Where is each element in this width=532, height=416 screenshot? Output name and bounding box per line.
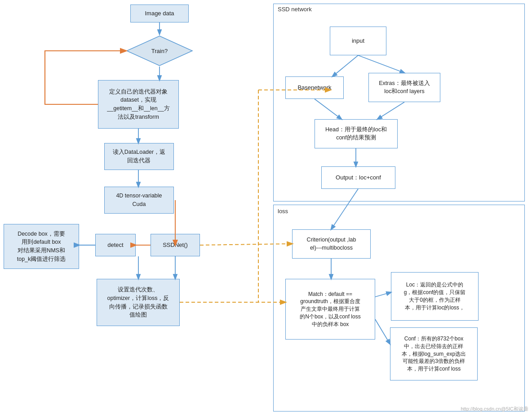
watermark: http://blog.csdn.cn@5IC和诶垂 xyxy=(461,406,528,412)
loss-label: loss xyxy=(278,208,288,215)
node-match: Match：default == groundtruth，根据重合度 产生文章中… xyxy=(285,279,375,340)
ssd-network-label: SSD network xyxy=(278,6,312,13)
node-define-dataset: 定义自己的迭代器对象 dataset，实现 __getitem__和__len_… xyxy=(98,80,179,129)
node-dataloader: 读入DataLoader，返 回迭代器 xyxy=(104,143,174,170)
node-decode-box: Decode box，需要 用到default box 对结果采用NMS和 to… xyxy=(4,224,79,269)
node-conf-info: Conf：所有的8732个box 中，出去已经筛去的正样 本，根据log_sum… xyxy=(390,327,478,380)
node-head: Head：用于最终的loc和 conf的结果预测 xyxy=(315,119,398,148)
node-tensor-cuda: 4D tensor-variable Cuda xyxy=(104,187,174,214)
region-ssd-network xyxy=(273,4,525,201)
node-ssdnet: SSDNet() xyxy=(151,234,200,256)
node-image-data: Image data xyxy=(130,4,189,22)
node-basenetwork: Basenetwork xyxy=(285,76,344,99)
node-train-diamond: Train? xyxy=(126,35,193,67)
node-loc-info: Loc：返回的是公式中的 g，根据conf的值，只保留 大于0的框，作为正样 本… xyxy=(391,272,479,321)
node-detect: detect xyxy=(95,234,136,256)
diagram-container: SSD network loss Image data Train? 定义自己的… xyxy=(0,0,532,416)
node-train-loop: 设置迭代次数、 optimizer，计算loss，反 向传播，记录损失函数 值绘… xyxy=(97,279,180,326)
node-output: Output：loc+conf xyxy=(321,166,395,189)
node-input: input xyxy=(330,27,386,55)
node-extras: Extras：最终被送入 loc和conf layers xyxy=(368,73,440,102)
node-criterion: Criterion(output ,lab el)---multibocloss xyxy=(292,229,371,259)
